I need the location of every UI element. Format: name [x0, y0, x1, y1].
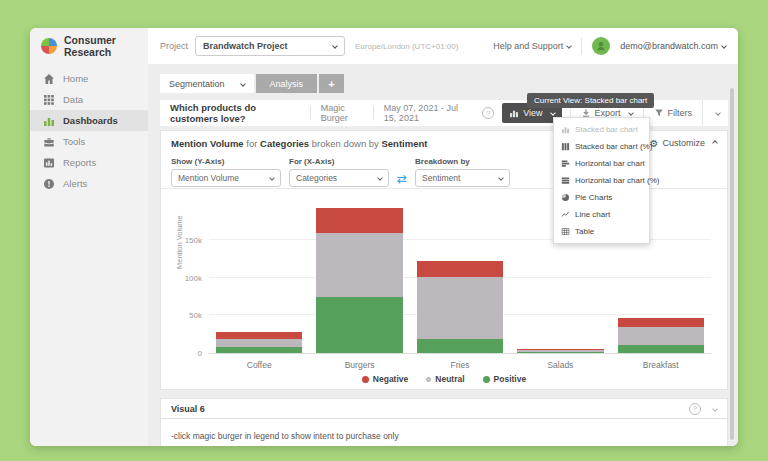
project-select-value: Brandwatch Project — [203, 41, 288, 51]
horizontal-bar-icon — [561, 159, 570, 168]
segment-positive[interactable] — [517, 352, 603, 353]
legend-item-positive[interactable]: Positive — [483, 374, 527, 384]
alerts-icon — [43, 178, 55, 190]
tab-analysis[interactable]: Analysis — [256, 74, 318, 93]
chevron-down-icon — [566, 43, 572, 49]
horizontal-bar-pct-icon — [561, 176, 570, 185]
legend-label: Positive — [494, 374, 527, 384]
legend-label: Neutral — [435, 374, 464, 384]
dashboard-tabs: Segmentation Analysis + — [160, 74, 344, 93]
avatar[interactable] — [592, 37, 610, 55]
segment-negative[interactable] — [417, 261, 503, 277]
bar-breakfast[interactable] — [618, 318, 704, 353]
brand-name: Consumer Research — [64, 34, 148, 58]
sidebar-item-label: Tools — [63, 136, 85, 147]
panel-title: Mention Volume for Categories broken dow… — [171, 138, 427, 149]
bar-fries[interactable] — [417, 261, 503, 353]
sidebar-item-dashboards[interactable]: Dashboards — [30, 110, 148, 131]
control-label: Breakdown by — [415, 157, 510, 166]
chevron-down-icon — [240, 81, 246, 87]
menu-item-stacked-bar-chart-[interactable]: Stacked bar chart (%) — [554, 138, 649, 155]
sidebar: Consumer Research HomeDataDashboardsTool… — [30, 28, 148, 446]
swap-axes-icon[interactable]: ⇄ — [397, 173, 407, 185]
segment-negative[interactable] — [216, 332, 302, 340]
brand-filter[interactable]: Magic Burger — [311, 103, 373, 123]
chevron-down-icon — [715, 110, 721, 116]
segment-positive[interactable] — [417, 339, 503, 353]
dashboard-title: Which products do customers love? — [160, 102, 310, 124]
menu-item-label: Stacked bar chart — [575, 125, 638, 134]
menu-item-label: Pie Charts — [575, 193, 612, 202]
stacked-bar-icon — [561, 125, 570, 134]
segment-neutral[interactable] — [216, 339, 302, 347]
menu-item-horizontal-bar-chart[interactable]: Horizontal bar chart — [554, 155, 649, 172]
bar-burgers[interactable] — [316, 208, 402, 353]
customize-button[interactable]: ⚙ Customize — [650, 138, 717, 149]
segment-positive[interactable] — [316, 297, 402, 354]
info-icon[interactable]: ? — [689, 403, 701, 415]
segment-positive[interactable] — [216, 347, 302, 353]
segment-neutral[interactable] — [417, 277, 503, 340]
control-select-value: Sentiment — [422, 173, 460, 183]
menu-item-table[interactable]: Table — [554, 223, 649, 240]
control-label: Show (Y-Axis) — [171, 157, 281, 166]
chart-legend: NegativeNeutralPositive — [161, 374, 727, 384]
legend-dot — [362, 376, 369, 383]
info-icon[interactable]: ? — [482, 107, 494, 119]
chevron-down-icon[interactable] — [712, 406, 718, 412]
sidebar-item-tools[interactable]: Tools — [30, 131, 148, 152]
reports-icon — [43, 157, 55, 169]
view-dropdown-menu: Stacked bar chartStacked bar chart (%)Ho… — [553, 117, 650, 244]
segment-neutral[interactable] — [316, 233, 402, 296]
control-select[interactable]: Mention Volume — [171, 169, 281, 187]
sidebar-item-home[interactable]: Home — [30, 68, 148, 89]
timezone-label: Europe/London (UTC+01:00) — [355, 42, 458, 51]
sidebar-item-label: Reports — [63, 157, 96, 168]
tab-segmentation[interactable]: Segmentation — [160, 74, 254, 93]
segment-positive[interactable] — [618, 345, 704, 353]
bar-salads[interactable] — [517, 349, 603, 353]
main-header: Project Brandwatch Project Europe/London… — [148, 28, 738, 64]
project-select[interactable]: Brandwatch Project — [195, 36, 345, 56]
menu-item-pie-charts[interactable]: Pie Charts — [554, 189, 649, 206]
header-divider — [581, 37, 582, 55]
x-tick-label: Breakfast — [611, 360, 711, 370]
legend-item-negative[interactable]: Negative — [362, 374, 408, 384]
chevron-down-icon — [332, 43, 338, 49]
segment-neutral[interactable] — [618, 327, 704, 345]
account-menu[interactable]: demo@brandwatch.com — [620, 41, 726, 51]
chevron-down-icon — [721, 43, 727, 49]
segment-negative[interactable] — [618, 318, 704, 326]
vertical-scrollbar[interactable] — [730, 88, 734, 440]
collapse-toolbar-button[interactable] — [702, 100, 728, 126]
visual6-header: Visual 6 ? — [161, 399, 727, 419]
menu-item-line-chart[interactable]: Line chart — [554, 206, 649, 223]
help-and-support-menu[interactable]: Help and Support — [493, 41, 571, 51]
control-select[interactable]: Categories — [289, 169, 389, 187]
sidebar-item-label: Data — [63, 94, 83, 105]
sidebar-item-label: Dashboards — [63, 115, 118, 126]
menu-item-label: Horizontal bar chart (%) — [575, 176, 659, 185]
dashboards-icon — [43, 115, 55, 127]
sidebar-item-label: Home — [63, 73, 88, 84]
sidebar-item-reports[interactable]: Reports — [30, 152, 148, 173]
control-select[interactable]: Sentiment — [415, 169, 510, 187]
funnel-icon — [654, 108, 664, 118]
add-tab-button[interactable]: + — [319, 74, 344, 93]
sidebar-item-alerts[interactable]: Alerts — [30, 173, 148, 194]
date-range[interactable]: May 07, 2021 - Jul 15, 2021 — [374, 103, 482, 123]
sidebar-item-data[interactable]: Data — [30, 89, 148, 110]
segment-negative[interactable] — [316, 208, 402, 233]
x-tick-label: Burgers — [309, 360, 409, 370]
chevron-down-icon — [550, 110, 556, 116]
menu-item-label: Line chart — [575, 210, 610, 219]
control-select-value: Mention Volume — [178, 173, 239, 183]
menu-item-horizontal-bar-chart-[interactable]: Horizontal bar chart (%) — [554, 172, 649, 189]
x-tick-label: Salads — [510, 360, 610, 370]
desktop-background: Consumer Research HomeDataDashboardsTool… — [0, 0, 768, 461]
legend-item-neutral[interactable]: Neutral — [426, 374, 464, 384]
visual6-note: -click magic burger in legend to show in… — [161, 419, 727, 441]
bar-coffee[interactable] — [216, 332, 302, 353]
brandwatch-logo-icon — [41, 38, 57, 54]
visual6-actions: ? — [689, 403, 717, 415]
